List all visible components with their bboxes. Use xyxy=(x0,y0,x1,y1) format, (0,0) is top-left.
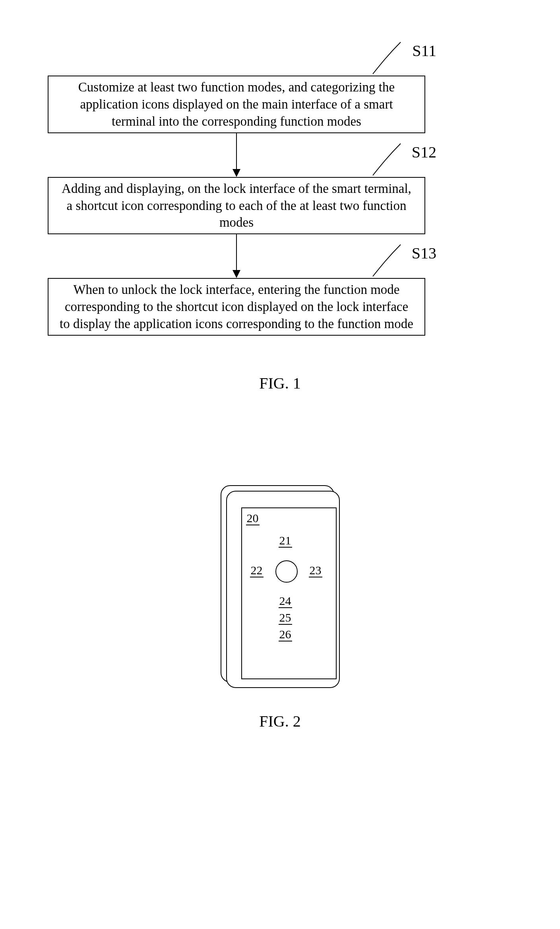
ref-label-23: 23 xyxy=(309,564,322,577)
flowchart-step-s13: S13 When to unlock the lock interface, e… xyxy=(48,278,425,336)
lock-interface-screen xyxy=(241,507,337,679)
flowchart-fig1: S11 Customize at least two function mode… xyxy=(48,76,425,336)
unlock-circle-icon xyxy=(275,560,298,583)
svg-marker-1 xyxy=(233,169,240,177)
ref-label-21: 21 xyxy=(279,534,292,548)
smart-terminal: 20 21 22 23 24 25 26 xyxy=(221,485,340,688)
flowchart-step-s11: S11 Customize at least two function mode… xyxy=(48,76,425,133)
phone-illustration-fig2: 20 21 22 23 24 25 26 xyxy=(0,485,560,688)
step-text: Customize at least two function modes, a… xyxy=(78,80,395,128)
step-text: When to unlock the lock interface, enter… xyxy=(60,282,413,331)
arrow-down-icon xyxy=(48,133,425,177)
leader-line-icon xyxy=(373,42,413,74)
arrow-down-icon xyxy=(48,234,425,278)
figure-2-caption: FIG. 2 xyxy=(0,712,560,731)
phone-body-front: 20 21 22 23 24 25 26 xyxy=(226,491,340,688)
figure-1-caption: FIG. 1 xyxy=(0,374,560,393)
step-label-s11: S11 xyxy=(412,41,436,61)
flowchart-step-s12: S12 Adding and displaying, on the lock i… xyxy=(48,177,425,235)
ref-label-26: 26 xyxy=(279,628,292,641)
ref-label-24: 24 xyxy=(279,595,292,608)
svg-marker-3 xyxy=(233,270,240,278)
ref-label-20: 20 xyxy=(246,512,260,525)
step-text: Adding and displaying, on the lock inter… xyxy=(62,181,411,230)
ref-label-25: 25 xyxy=(279,612,292,625)
ref-label-22: 22 xyxy=(250,564,264,577)
